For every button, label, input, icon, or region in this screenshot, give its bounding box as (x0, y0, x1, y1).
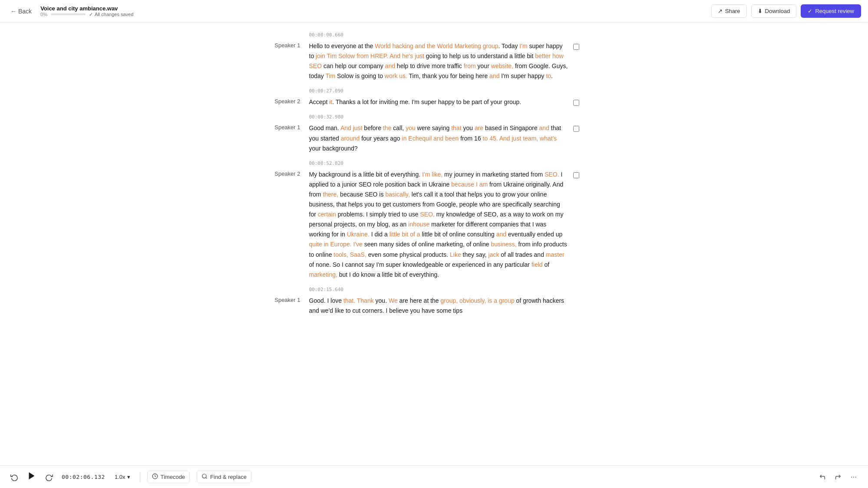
svg-line-3 (206, 478, 207, 479)
speed-value: 1.0x (115, 474, 125, 480)
block-checkbox-area (573, 170, 586, 280)
download-button[interactable]: ⬇ Download (751, 4, 797, 18)
block-checkbox[interactable] (573, 126, 579, 132)
highlight: are (475, 124, 483, 131)
transcript-text[interactable]: Hello to everyone at the World hacking a… (309, 41, 568, 81)
player-right (817, 472, 859, 483)
block-checkbox-area (573, 296, 586, 316)
header-left: ← Back Voice and city ambiance.wav 0% ✓ … (7, 5, 133, 17)
review-label: Request review (815, 8, 854, 14)
highlight: I'm like, (422, 171, 442, 178)
share-button[interactable]: ↗ Share (711, 4, 747, 18)
highlight: there, (323, 191, 338, 198)
block-checkbox[interactable] (573, 172, 579, 178)
highlight: marketing, (309, 271, 337, 278)
check-icon: ✓ (89, 12, 93, 17)
speaker-label: Speaker 1 (265, 296, 304, 316)
transcript-block: 00:00:52.820 (265, 155, 586, 168)
highlight: around (341, 135, 360, 142)
transcript-container: 00:00:00.660 Speaker 1 Hello to everyone… (248, 23, 621, 322)
svg-point-4 (851, 477, 852, 478)
main-content: 00:00:00.660 Speaker 1 Hello to everyone… (0, 23, 868, 465)
highlight: the (383, 124, 391, 131)
clock-icon (152, 473, 158, 481)
more-options-button[interactable] (848, 472, 859, 483)
highlight: and (385, 62, 395, 69)
saved-label: All changes saved (95, 12, 133, 17)
highlight: in Echequil and been (402, 135, 459, 142)
highlight: World hacking and the World Marketing gr… (375, 43, 498, 49)
highlight: Tim (325, 72, 335, 79)
progress-bar (51, 13, 86, 15)
transcript-block: Speaker 2 My background is a little bit … (265, 170, 586, 280)
play-button[interactable] (23, 469, 40, 485)
transcript-text[interactable]: My background is a little bit of everyth… (309, 170, 568, 280)
speaker-label: Speaker 2 (265, 170, 304, 280)
block-checkbox[interactable] (573, 100, 579, 106)
highlight: jack (488, 251, 499, 258)
back-arrow-icon: ← (10, 8, 17, 15)
highlight: I'm (519, 43, 527, 49)
highlight: and (539, 124, 549, 131)
saved-status: ✓ All changes saved (89, 12, 133, 17)
forward-button[interactable] (43, 472, 55, 483)
svg-marker-0 (29, 472, 35, 480)
divider (140, 472, 140, 482)
highlight: business, (491, 241, 517, 248)
timestamp: 00:00:32.980 (309, 109, 568, 121)
highlight: certain (318, 211, 336, 218)
block-checkbox[interactable] (573, 44, 579, 50)
header: ← Back Voice and city ambiance.wav 0% ✓ … (0, 0, 868, 23)
file-status: 0% ✓ All changes saved (40, 12, 133, 17)
transcript-text[interactable]: Good. I love that. Thank you. We are her… (309, 296, 568, 316)
block-checkbox-area (573, 41, 586, 81)
share-label: Share (725, 8, 740, 14)
player-bar: 00:02:06.132 1.0x ▾ Timecode Find & repl… (0, 465, 868, 488)
highlight: join Tim Solow from HREP. And he's just (316, 52, 424, 59)
speaker-label: Speaker 2 (265, 97, 304, 107)
svg-point-2 (202, 474, 206, 478)
transcript-block: Speaker 2 Accept it. Thanks a lot for in… (265, 97, 586, 107)
highlight: field (531, 261, 543, 268)
file-name: Voice and city ambiance.wav (40, 5, 133, 12)
highlight: And just (340, 124, 363, 131)
back-label: Back (18, 8, 32, 15)
timestamp: 00:00:27.090 (309, 83, 568, 95)
transcript-block: 00:00:32.980 (265, 109, 586, 121)
highlight: work us. (385, 72, 407, 79)
highlight: little bit of a (389, 231, 420, 238)
timecode-button[interactable]: Timecode (147, 471, 190, 483)
highlight: inhouse (408, 221, 429, 228)
share-icon: ↗ (718, 8, 723, 14)
transcript-block: Speaker 1 Hello to everyone at the World… (265, 41, 586, 81)
redo-button[interactable] (832, 472, 844, 483)
request-review-button[interactable]: ✓ Request review (801, 4, 861, 18)
header-right: ↗ Share ⬇ Download ✓ Request review (711, 4, 861, 18)
transcript-block: 00:00:00.660 (265, 27, 586, 39)
highlight: Like (450, 251, 461, 258)
transcript-text[interactable]: Accept it. Thanks a lot for inviting me.… (309, 97, 568, 107)
rewind-button[interactable] (9, 472, 20, 483)
transcript-text[interactable]: Good man. And just before the call, you … (309, 123, 568, 153)
highlight: that (451, 124, 461, 131)
highlight: from (464, 62, 476, 69)
find-replace-button[interactable]: Find & replace (197, 471, 251, 483)
transcript-block: Speaker 1 Good. I love that. Thank you. … (265, 296, 586, 316)
review-icon: ✓ (808, 8, 812, 14)
undo-button[interactable] (817, 472, 828, 483)
find-icon (201, 473, 208, 481)
download-label: Download (765, 8, 790, 14)
speed-selector[interactable]: 1.0x ▾ (112, 472, 133, 482)
speaker-label: Speaker 1 (265, 41, 304, 81)
highlight: because I am (451, 181, 488, 188)
highlight: tools, SaaS, (333, 251, 366, 258)
timestamp: 00:00:00.660 (309, 27, 568, 39)
svg-point-6 (855, 477, 856, 478)
highlight: quite in Europe. I've (309, 241, 363, 248)
transcript-block: 00:02:15.640 (265, 282, 586, 294)
back-button[interactable]: ← Back (7, 6, 35, 16)
find-replace-label: Find & replace (210, 474, 247, 480)
highlight: to 45. And just team, what's (483, 135, 557, 142)
highlight: Ukraine. (347, 231, 370, 238)
progress-label: 0% (40, 12, 47, 17)
